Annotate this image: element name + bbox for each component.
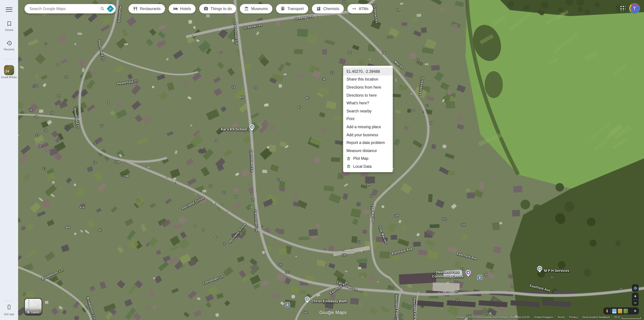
bus-stop-icon[interactable] [285, 302, 290, 307]
chip-label: Things to do [210, 7, 232, 11]
layers-label: Layers [31, 311, 40, 314]
layers-button[interactable]: Layers [24, 298, 42, 315]
chevron-up-icon[interactable] [633, 309, 637, 313]
category-chip[interactable]: Museums [240, 4, 272, 14]
bookmark-icon [6, 21, 12, 27]
context-menu-item[interactable]: Add a missing place [343, 123, 393, 131]
turn-arrow-icon [108, 7, 112, 11]
chip-icon [133, 6, 138, 11]
category-chip[interactable]: Chemists [312, 4, 344, 14]
scale-bar [622, 317, 641, 319]
chip-label: ATMs [359, 7, 368, 11]
chip-icon [244, 6, 249, 11]
context-menu-item[interactable]: Add your business [343, 131, 393, 139]
sidebar-item-saved[interactable]: Saved [0, 21, 18, 32]
chip-icon [173, 6, 178, 11]
search-bar [24, 4, 116, 14]
chip-icon [280, 6, 285, 11]
context-menu-item[interactable]: Search nearby [343, 107, 393, 115]
imagery-thumbnail[interactable] [618, 308, 622, 313]
my-location-button[interactable] [632, 284, 639, 292]
category-chip[interactable]: Transport [276, 4, 308, 14]
chip-label: Museums [251, 7, 268, 11]
chip-icon [352, 6, 356, 11]
chip-icon [316, 6, 321, 11]
footer-link-feedback[interactable]: Send product feedback [582, 316, 610, 319]
footer-link-region[interactable]: United Kingdom [534, 316, 553, 319]
directions-button[interactable] [106, 5, 114, 13]
sidebar: Saved Recents 24 Great Britain Get app [0, 0, 18, 320]
sidebar-divider [4, 59, 14, 59]
collection-badge: 24 [5, 70, 9, 73]
search-input[interactable] [24, 7, 98, 11]
context-menu-extension-items: Plot Map Local Data [343, 155, 393, 170]
context-menu-item[interactable]: Directions to here [343, 91, 393, 99]
sidebar-item-label: Recents [0, 48, 18, 51]
get-app-label: Get app [0, 313, 18, 316]
satellite-map[interactable]: GreenacresGreenacresGreenacresGreenacres… [0, 0, 644, 320]
zoom-out-button[interactable]: − [632, 300, 639, 305]
imagery-thumbnail[interactable] [624, 308, 628, 313]
context-menu-item[interactable]: Measure distance [343, 147, 393, 155]
phone-icon [6, 303, 12, 311]
context-menu-items: Share this locationDirections from hereD… [343, 75, 393, 155]
collection-label: Great Britain [0, 76, 18, 79]
chip-label: Transport [288, 7, 304, 11]
zoom-controls: + − [632, 293, 639, 306]
category-chip[interactable]: Restaurants [128, 4, 165, 14]
chip-label: Restaurants [140, 7, 161, 11]
context-menu-coordinates[interactable]: 51.40270, -2.39488 [343, 68, 393, 75]
account-avatar[interactable]: T [629, 3, 640, 14]
chip-label: Chemists [323, 7, 339, 11]
sidebar-item-label: Saved [0, 29, 18, 32]
search-icon[interactable] [98, 5, 106, 13]
category-chip[interactable]: ATMs [347, 4, 373, 14]
bus-stop-layer [0, 0, 644, 320]
footer-link-terms[interactable]: Terms [558, 316, 565, 319]
google-maps-app: GreenacresGreenacresGreenacresGreenacres… [0, 0, 644, 320]
layers-icon [27, 311, 30, 314]
category-chips: Restaurants Hotels Things to do Museums … [128, 4, 373, 14]
map-attribution: Imagery ©2026 Airbus, Maxar Technologies… [456, 316, 641, 319]
google-apps-grid-icon[interactable] [620, 5, 626, 11]
avatar-initial: T [630, 4, 639, 13]
context-menu-extension-item[interactable]: Plot Map [343, 155, 393, 162]
pegbar-divider [610, 308, 611, 313]
sidebar-divider [4, 301, 14, 301]
category-chip[interactable]: Things to do [199, 4, 236, 14]
chip-label: Hotels [180, 7, 191, 11]
footer-link-privacy[interactable]: Privacy [569, 316, 578, 319]
sidebar-item-recents[interactable]: Recents [0, 40, 18, 51]
context-menu-item[interactable]: Directions from here [343, 83, 393, 91]
scale-label: 20 m [614, 316, 620, 319]
street-view-bar [604, 307, 639, 314]
plot-map-icon [346, 164, 351, 169]
zoom-in-button[interactable]: + [632, 293, 639, 299]
category-chip[interactable]: Hotels [169, 4, 196, 14]
collection-thumbnail: 24 [4, 65, 14, 75]
context-menu-item[interactable]: What's here? [343, 99, 393, 107]
zoom-divider [633, 299, 637, 299]
context-menu-item[interactable]: Print [343, 115, 393, 123]
context-menu-item[interactable]: Report a data problem [343, 139, 393, 147]
menu-hamburger-icon[interactable] [6, 6, 12, 12]
pegman-icon[interactable] [605, 308, 609, 313]
history-icon [6, 40, 12, 46]
plot-map-icon [346, 156, 351, 161]
bus-stop-icon[interactable] [477, 275, 482, 280]
imagery-thumbnail[interactable] [612, 308, 616, 313]
context-menu: 51.40270, -2.39488 Share this locationDi… [343, 66, 393, 172]
sidebar-item-collection[interactable]: 24 Great Britain [0, 65, 18, 79]
chip-icon [204, 6, 208, 11]
context-menu-extension-item[interactable]: Local Data [343, 162, 393, 170]
imagery-credit: Imagery ©2026 Airbus, Maxar Technologies… [456, 316, 530, 319]
sidebar-item-get-app[interactable]: Get app [0, 303, 18, 316]
my-location-icon [633, 286, 638, 290]
context-menu-item[interactable]: Share this location [343, 75, 393, 83]
google-maps-logo[interactable]: Google Maps [319, 310, 347, 315]
